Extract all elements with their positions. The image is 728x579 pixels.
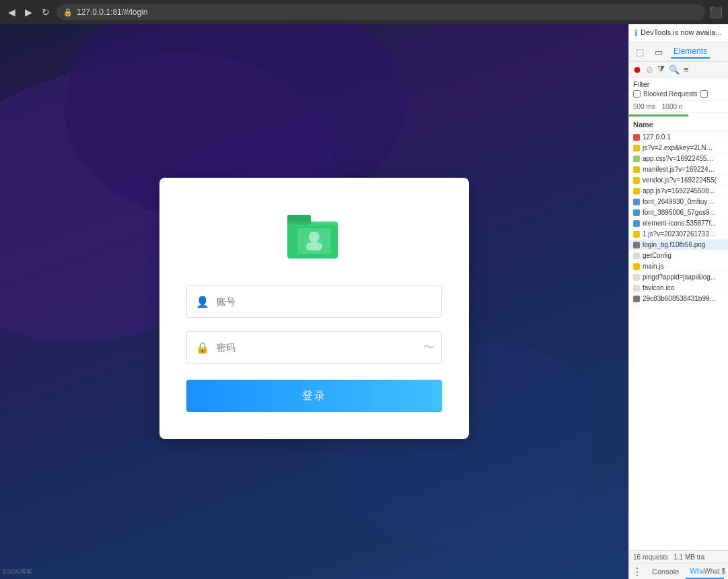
csdn-watermark: CSDN博客 — [3, 568, 32, 576]
file-name: main.js — [643, 263, 664, 270]
file-name: pingd?appid=jsapi&log... — [643, 273, 716, 281]
devtools-notification: ℹ DevTools is now availa... — [629, 24, 728, 42]
more-icon[interactable]: ≡ — [684, 65, 689, 75]
device-icon[interactable]: ▭ — [652, 46, 665, 59]
devtools-filter-bar: Filter Blocked Requests — [629, 77, 728, 101]
lock-input-icon: 🔒 — [196, 341, 209, 354]
address-bar[interactable]: 🔒 127.0.0.1:81/#/login — [57, 4, 705, 20]
footer-dot-menu[interactable]: ⋮ — [632, 566, 643, 578]
file-name: login_bg.f10fb56.png — [643, 241, 705, 248]
blocked-requests-label: Blocked Requests — [643, 90, 698, 98]
extensions-icon: ⬛ — [709, 6, 723, 19]
devtools-panel: ℹ DevTools is now availa... ⬚ ▭ Elements… — [628, 24, 728, 579]
password-field-group: 🔒 〜 — [186, 331, 442, 364]
lock-icon: 🔒 — [63, 8, 73, 17]
file-name: 29c83b608538431b998... — [643, 295, 717, 302]
search-icon[interactable]: 🔍 — [669, 65, 680, 75]
file-name: 127.0.0.1 — [643, 133, 671, 141]
file-item[interactable]: 29c83b608538431b998... — [629, 294, 728, 304]
filter-check2[interactable] — [700, 90, 708, 98]
tab-elements[interactable]: Elements — [671, 45, 710, 59]
devtools-tab-bar: ⬚ ▭ Elements — [629, 42, 728, 62]
clear-icon[interactable]: ⊘ — [646, 65, 653, 75]
file-name: element-icons.535877f... — [643, 219, 717, 227]
file-name: manifest.js?v=1692245... — [643, 166, 717, 173]
filter-row: Blocked Requests — [633, 90, 724, 98]
website-panel: 👤 🔒 〜 登录 CSDN博客 — [0, 24, 628, 579]
svg-rect-4 — [306, 242, 322, 250]
devtools-toolbar: ⏺ ⊘ ⧩ 🔍 ≡ — [629, 62, 728, 77]
info-icon: ℹ — [634, 28, 638, 38]
reload-button[interactable]: ↻ — [39, 5, 52, 19]
toggle-password-icon[interactable]: 〜 — [423, 341, 434, 355]
file-type-icon — [633, 166, 640, 173]
url-text: 127.0.0.1:81/#/login — [77, 7, 147, 17]
back-button[interactable]: ◀ — [5, 5, 18, 19]
file-item[interactable]: app.js?v=1692245508... — [629, 186, 728, 197]
requests-count: 16 requests — [633, 553, 668, 561]
transfer-size: 1.1 MB tra — [674, 553, 704, 561]
file-item[interactable]: getConfig — [629, 250, 728, 261]
forward-button[interactable]: ▶ — [22, 5, 35, 19]
logo-area — [284, 205, 344, 265]
file-item[interactable]: manifest.js?v=1692245... — [629, 164, 728, 175]
content-area: 👤 🔒 〜 登录 CSDN博客 ℹ DevTools is now availa… — [0, 24, 728, 579]
file-item[interactable]: pingd?appid=jsapi&log... — [629, 272, 728, 283]
file-name: js?v=2.exp&key=2LNB2... — [643, 144, 717, 151]
file-type-icon — [633, 296, 640, 302]
file-item[interactable]: font_2649930_0mfiuye... — [629, 197, 728, 207]
file-name: app.css?v=1692245508... — [643, 155, 717, 162]
file-type-icon — [633, 134, 640, 141]
devtools-file-list[interactable]: 127.0.0.1js?v=2.exp&key=2LNB2...app.css?… — [629, 132, 728, 550]
timing-500: 500 ms — [633, 103, 655, 110]
username-field-group: 👤 — [186, 285, 442, 318]
password-input[interactable] — [186, 331, 442, 364]
browser-right-icons: ⬛ — [709, 6, 723, 19]
file-name: font_3895006_57gos9w... — [643, 209, 717, 216]
file-type-icon — [633, 199, 640, 205]
file-item[interactable]: font_3895006_57gos9w... — [629, 207, 728, 218]
file-type-icon — [633, 209, 640, 216]
file-item[interactable]: login_bg.f10fb56.png — [629, 240, 728, 250]
file-item[interactable]: vendor.js?v=169222455( — [629, 175, 728, 186]
file-list-header: Name — [629, 118, 728, 132]
file-item[interactable]: main.js — [629, 261, 728, 272]
file-item[interactable]: element-icons.535877f... — [629, 218, 728, 229]
file-type-icon — [633, 177, 640, 184]
file-type-icon — [633, 156, 640, 162]
file-type-icon — [633, 231, 640, 238]
file-name: getConfig — [643, 252, 671, 259]
file-name: app.js?v=1692245508... — [643, 187, 715, 195]
file-item[interactable]: 127.0.0.1 — [629, 132, 728, 143]
timing-bar-graphic — [629, 114, 728, 116]
devtools-timing-bar: 500 ms 1000 n — [629, 101, 728, 113]
devtools-bottom-stats: 16 requests 1.1 MB tra — [629, 550, 728, 564]
file-name: vendor.js?v=169222455( — [643, 176, 717, 184]
name-column-header: Name — [633, 121, 653, 129]
app-logo — [284, 205, 344, 265]
inspect-icon[interactable]: ⬚ — [633, 46, 647, 59]
file-type-icon — [633, 285, 640, 292]
user-input-icon: 👤 — [196, 296, 209, 308]
record-icon[interactable]: ⏺ — [633, 65, 642, 75]
file-type-icon — [633, 242, 640, 248]
browser-chrome: ◀ ▶ ↻ 🔒 127.0.0.1:81/#/login ⬛ — [0, 0, 728, 24]
username-input[interactable] — [186, 285, 442, 318]
devtools-notify-text: DevTools is now availa... — [641, 28, 721, 36]
whats-text: What $ — [704, 568, 725, 575]
svg-point-3 — [309, 232, 320, 242]
file-item[interactable]: favicon.ico — [629, 283, 728, 294]
filter-icon[interactable]: ⧩ — [657, 64, 665, 75]
file-type-icon — [633, 145, 640, 151]
svg-rect-5 — [287, 222, 338, 226]
file-item[interactable]: 1.js?v=2023072617333... — [629, 229, 728, 240]
file-item[interactable]: js?v=2.exp&key=2LNB2... — [629, 143, 728, 154]
file-item[interactable]: app.css?v=1692245508... — [629, 154, 728, 164]
tab-console[interactable]: Console — [648, 565, 683, 578]
file-type-icon — [633, 274, 640, 281]
timing-1000: 1000 n — [662, 103, 683, 110]
file-type-icon — [633, 220, 640, 227]
filter-label: Filter — [633, 80, 724, 88]
login-button[interactable]: 登录 — [186, 380, 442, 412]
blocked-requests-checkbox[interactable] — [633, 90, 641, 98]
